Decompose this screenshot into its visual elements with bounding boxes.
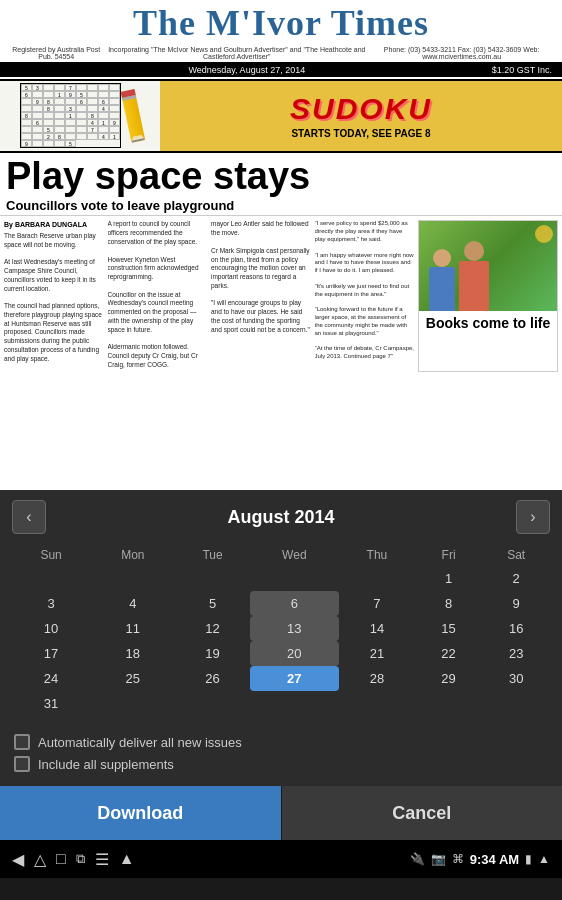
calendar-day[interactable]: 14	[339, 616, 415, 641]
sudoku-section: 5 3 7 6 1 9 5 9	[0, 81, 562, 153]
calendar-area: ‹ August 2014 › Sun Mon Tue Wed Thu Fri …	[0, 490, 562, 726]
cal-header-thu: Thu	[339, 544, 415, 566]
auto-deliver-row: Automatically deliver all new issues	[14, 734, 548, 750]
sudoku-text-area: SUDOKU STARTS TODAY, SEE PAGE 8	[160, 81, 562, 151]
cal-header-mon: Mon	[90, 544, 175, 566]
supplements-checkbox[interactable]	[14, 756, 30, 772]
auto-deliver-checkbox[interactable]	[14, 734, 30, 750]
newspaper-subheader: Registered by Australia Post Pub. 54554 …	[0, 44, 562, 63]
calendar-day[interactable]: 31	[12, 691, 90, 716]
registered-info: Registered by Australia Post Pub. 54554	[6, 46, 106, 60]
article-text-3: mayor Leo Antler said he followed the mo…	[211, 220, 311, 334]
calendar-day[interactable]: 13	[250, 616, 340, 641]
system-status-icons: 🔌 📷 ⌘ 9:34 AM ▮ ▲	[410, 852, 550, 867]
calendar-day[interactable]: 24	[12, 666, 90, 691]
main-headline: Play space stays	[6, 157, 556, 197]
cal-header-sun: Sun	[12, 544, 90, 566]
back-icon[interactable]: ◀	[12, 850, 24, 869]
calendar-day[interactable]: 3	[12, 591, 90, 616]
calendar-day[interactable]: 18	[90, 641, 175, 666]
newspaper-preview: The M'Ivor Times Registered by Australia…	[0, 0, 562, 490]
calendar-day[interactable]: 12	[176, 616, 250, 641]
cal-header-tue: Tue	[176, 544, 250, 566]
article-col-2: A report to council by council officers …	[108, 220, 208, 372]
system-bar: ◀ △ □ ⧉ ☰ ▲ 🔌 📷 ⌘ 9:34 AM ▮ ▲	[0, 840, 562, 878]
up-icon[interactable]: ▲	[119, 850, 135, 868]
contact-info: Phone: (03) 5433-3211 Fax: (03) 5432-360…	[367, 46, 556, 60]
calendar-day	[482, 691, 550, 716]
calendar-day[interactable]: 7	[339, 591, 415, 616]
wifi-icon: ⌘	[452, 852, 464, 866]
calendar-day[interactable]: 1	[415, 566, 483, 591]
date-text: Wednesday, August 27, 2014	[188, 65, 305, 75]
calendar-day[interactable]: 22	[415, 641, 483, 666]
calendar-day[interactable]: 11	[90, 616, 175, 641]
sudoku-subtitle: STARTS TODAY, SEE PAGE 8	[291, 128, 430, 139]
calendar-day[interactable]: 20	[250, 641, 340, 666]
calendar-day	[250, 691, 340, 716]
recent-apps-icon[interactable]: □	[56, 850, 66, 868]
download-button[interactable]: Download	[0, 786, 282, 840]
calendar-day	[339, 691, 415, 716]
calendar-day[interactable]: 23	[482, 641, 550, 666]
cal-header-sat: Sat	[482, 544, 550, 566]
battery-icon: ▮	[525, 852, 532, 866]
buttons-area: Download Cancel	[0, 786, 562, 840]
calendar-day[interactable]: 21	[339, 641, 415, 666]
calendar-day	[339, 566, 415, 591]
options-area: Automatically deliver all new issues Inc…	[0, 726, 562, 786]
calendar-day[interactable]: 2	[482, 566, 550, 591]
article-col-3: mayor Leo Antler said he followed the mo…	[211, 220, 311, 372]
calendar-day	[415, 691, 483, 716]
calendar-day[interactable]: 28	[339, 666, 415, 691]
subheadline: Councillors vote to leave playground	[6, 198, 556, 213]
article-text: The Barach Reserve urban play space will…	[4, 232, 104, 363]
menu-icon[interactable]: ☰	[95, 850, 109, 869]
calendar-day[interactable]: 29	[415, 666, 483, 691]
calendar-day[interactable]: 10	[12, 616, 90, 641]
supplements-row: Include all supplements	[14, 756, 548, 772]
home-icon[interactable]: △	[34, 850, 46, 869]
calendar-day[interactable]: 9	[482, 591, 550, 616]
calendar-day[interactable]: 27	[250, 666, 340, 691]
usb-icon: 🔌	[410, 852, 425, 866]
incorporating-info: Incorporating "The McIvor News and Goulb…	[106, 46, 367, 60]
prev-month-button[interactable]: ‹	[12, 500, 46, 534]
calendar-grid: Sun Mon Tue Wed Thu Fri Sat 123456789101…	[12, 544, 550, 716]
calendar-day[interactable]: 30	[482, 666, 550, 691]
headline-section: Play space stays Councillors vote to lea…	[0, 153, 562, 217]
article-col-4: "I serve policy to spend $25,000 as dire…	[315, 220, 415, 372]
byline: By BARBARA DUNGALA	[4, 220, 104, 229]
calendar-day	[90, 566, 175, 591]
calendar-day[interactable]: 25	[90, 666, 175, 691]
article-col-1: By BARBARA DUNGALA The Barach Reserve ur…	[4, 220, 104, 372]
sudoku-grid-area: 5 3 7 6 1 9 5 9	[0, 81, 160, 151]
calendar-day[interactable]: 4	[90, 591, 175, 616]
screenshot-icon[interactable]: ⧉	[76, 851, 85, 867]
cal-header-fri: Fri	[415, 544, 483, 566]
calendar-day[interactable]: 5	[176, 591, 250, 616]
supplements-label: Include all supplements	[38, 757, 174, 772]
system-time: 9:34 AM	[470, 852, 519, 867]
calendar-day[interactable]: 26	[176, 666, 250, 691]
cal-header-wed: Wed	[250, 544, 340, 566]
system-nav-icons: ◀ △ □ ⧉ ☰ ▲	[12, 850, 135, 869]
cancel-button[interactable]: Cancel	[282, 786, 563, 840]
calendar-day[interactable]: 16	[482, 616, 550, 641]
calendar-day[interactable]: 17	[12, 641, 90, 666]
calendar-month-title: August 2014	[227, 507, 334, 528]
calendar-day[interactable]: 6	[250, 591, 340, 616]
article-body: By BARBARA DUNGALA The Barach Reserve ur…	[0, 216, 562, 376]
calendar-day	[12, 566, 90, 591]
calendar-header: ‹ August 2014 ›	[12, 500, 550, 534]
calendar-day[interactable]: 8	[415, 591, 483, 616]
calendar-day	[250, 566, 340, 591]
sudoku-title: SUDOKU	[290, 92, 432, 126]
sim-icon: 📷	[431, 852, 446, 866]
calendar-day[interactable]: 15	[415, 616, 483, 641]
signal-icon: ▲	[538, 852, 550, 866]
calendar-day[interactable]: 19	[176, 641, 250, 666]
calendar-day	[176, 691, 250, 716]
next-month-button[interactable]: ›	[516, 500, 550, 534]
newspaper-title: The M'Ivor Times	[0, 4, 562, 44]
